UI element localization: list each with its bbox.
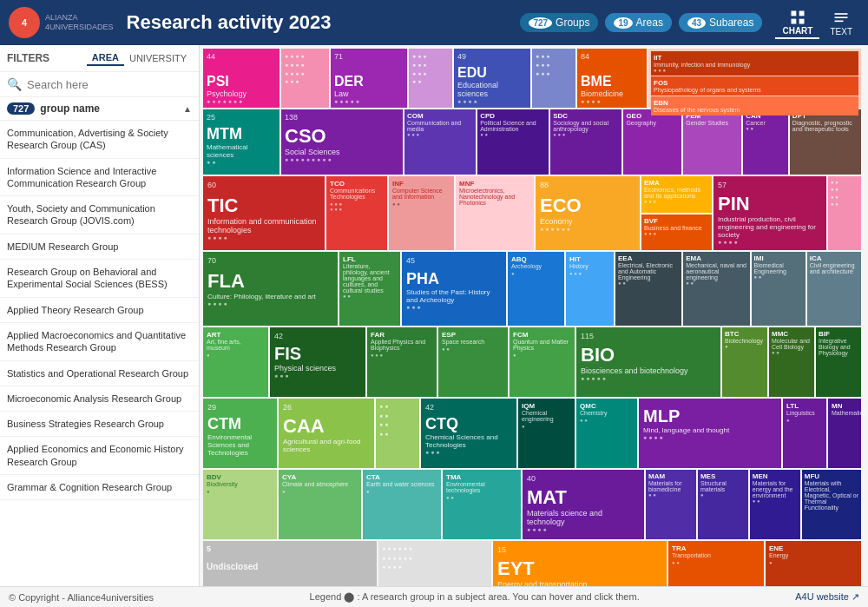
cell-qmc[interactable]: QMC Chemistry ● ● — [576, 399, 637, 468]
cell-hit[interactable]: HIT History ● ● ● — [566, 252, 614, 326]
areas-button[interactable]: 19 Areas — [605, 13, 671, 32]
cell-mfu[interactable]: MFU Materials with Electrical, Magnetic,… — [802, 470, 861, 539]
cell-psi[interactable]: 44 PSI Psychology ● ● ● ● ● ● ● — [203, 49, 279, 108]
cell-esp[interactable]: ESP Space research ● ● — [438, 327, 508, 397]
list-item[interactable]: Research Group on Behavioral and Experim… — [0, 260, 199, 298]
main-layout: FILTERS AREA UNIVERSITY 🔍 727 group name… — [0, 45, 868, 586]
list-item[interactable]: Applied Economics and Economic History R… — [0, 437, 199, 475]
cell-bme-2[interactable]: FOS Physiopathology of organs and system… — [651, 76, 858, 96]
cell-tra[interactable]: TRA Transportation ● ● — [668, 541, 764, 586]
list-item[interactable]: Youth, Society and Communication Researc… — [0, 196, 199, 234]
list-item[interactable]: MEDIUM Research Group — [0, 234, 199, 260]
cell-psi-dots[interactable]: ● ● ● ●● ● ● ●● ● ● ●● ● ● — [281, 49, 329, 108]
text-icon — [832, 10, 850, 27]
cell-eea[interactable]: EEA Electrical, Electronic and Automatic… — [615, 252, 681, 326]
cell-fem[interactable]: FEM Gender Studies — [683, 109, 741, 175]
area-tab[interactable]: AREA — [87, 50, 124, 66]
cell-dpt[interactable]: DPT Diagnostic, prognostic and therapeut… — [790, 109, 861, 175]
cell-fla[interactable]: 70 FLA Culture: Philology, literature an… — [203, 252, 338, 326]
groups-button[interactable]: 727 Groups — [520, 13, 598, 32]
cell-tma[interactable]: TMA Environmental technologies ● ● — [443, 470, 521, 539]
cell-btc[interactable]: BTC Biotechnology ● — [722, 327, 767, 397]
cell-com[interactable]: COM Communication and media ● ● ● — [404, 109, 476, 175]
list-item[interactable]: Communication, Advertising & Society Res… — [0, 121, 199, 159]
cell-mtm[interactable]: 25 MTM Mathematical sciences ● ● — [203, 109, 279, 175]
cell-inf[interactable]: INF Computer Science and information ● ● — [389, 176, 454, 250]
list-item[interactable]: Statistics and Operational Research Grou… — [0, 361, 199, 386]
cell-edu-dots[interactable]: ● ● ●● ● ●● ● ● — [532, 49, 575, 108]
cell-caa[interactable]: 26 CAA Agricultural and agri-food scienc… — [279, 399, 374, 468]
cell-dots: ● ● ● ● — [643, 434, 777, 440]
cell-dots: ● ● ● ● — [718, 239, 822, 245]
subareas-button[interactable]: 43 Subareas — [679, 13, 763, 32]
cell-geo[interactable]: GEO Geography — [623, 109, 681, 175]
cell-mn[interactable]: MN Mathematics — [828, 399, 861, 468]
cell-fcm[interactable]: FCM Quantum and Matter Physics ● — [510, 327, 575, 397]
cell-bme[interactable]: 84 BME Biomedicine ● ● ● ● — [577, 49, 647, 108]
a4u-website-link[interactable]: A4U website ↗ — [795, 591, 859, 603]
group-header[interactable]: 727 group name ▲ — [0, 97, 199, 121]
list-item[interactable]: Information Science and Interactive Comm… — [0, 159, 199, 197]
cell-bvf[interactable]: BVF Business and finance ● ● ● — [641, 214, 712, 251]
cell-der-dots[interactable]: ● ● ● ● ● ●● ● ●● ● — [409, 49, 452, 108]
list-item[interactable]: Grammar & Cognition Research Group — [0, 475, 199, 500]
cell-cta[interactable]: CTA Earth and water sciences ● — [363, 470, 441, 539]
cell-code: PHA — [406, 270, 502, 288]
chart-tab[interactable]: CHART — [775, 7, 819, 39]
cell-ima[interactable]: IMI Biomedical Engineering ● ● — [752, 252, 806, 326]
cell-abq[interactable]: ABQ Archeology ● — [508, 252, 564, 326]
cell-ene[interactable]: ENE Energy ● — [766, 541, 861, 586]
cell-bme-1[interactable]: IIT Immunity, infection and immunology ●… — [651, 51, 858, 76]
university-tab[interactable]: UNIVERSITY — [124, 51, 192, 65]
search-input[interactable] — [27, 78, 192, 91]
cell-ctq[interactable]: 42 CTQ Chemical Sciences and Technologie… — [421, 399, 516, 468]
cell-bio[interactable]: 115 BIO Biosciences and biotechnology ● … — [576, 327, 720, 397]
cell-code: FIS — [274, 344, 361, 364]
cell-ctm[interactable]: 29 CTM Environmental Sciences and Techno… — [203, 399, 277, 468]
list-item[interactable]: Microeconomic Analysis Research Group — [0, 386, 199, 412]
cell-dots: ● ● ● ● — [581, 98, 643, 104]
cell-fis[interactable]: 42 FIS Physical sciences ● ● ● — [270, 327, 365, 397]
list-item[interactable]: Applied Theory Research Group — [0, 298, 199, 323]
cell-caa-dots[interactable]: ● ●● ●● ●● ● — [376, 399, 419, 468]
cell-cso[interactable]: 138 CSO Social Sciences ● ● ● ● ● ● ● ● … — [281, 109, 403, 175]
cell-mnf[interactable]: MNF Microelectronics, Nanotechnology and… — [456, 176, 534, 250]
cell-ica[interactable]: ICA Civil engineering and architecture — [807, 252, 861, 326]
cell-pha[interactable]: 45 PHA Studies of the Past: History and … — [402, 252, 506, 326]
cell-iqm[interactable]: IQM Chemical engineering ● — [518, 399, 575, 468]
cell-ema2[interactable]: EMA Mechanical, naval and aeronautical e… — [683, 252, 749, 326]
cell-undisclosed[interactable]: 5 Undisclosed — [203, 541, 377, 586]
cell-mat[interactable]: 40 MAT Materials science and technology … — [523, 470, 644, 539]
cell-pin[interactable]: 57 PIN Industrial production, civil engi… — [713, 176, 826, 250]
cell-men[interactable]: MEN Materials for energy and the environ… — [750, 470, 800, 539]
cell-cya[interactable]: CYA Climate and atmosphere ● — [279, 470, 361, 539]
list-item[interactable]: Business Strategies Research Group — [0, 412, 199, 437]
cell-bif[interactable]: BIF Integrative Biology and Physiology — [816, 327, 861, 397]
cell-ltl[interactable]: LTL Linguistics ● — [783, 399, 826, 468]
cell-can[interactable]: CAN Cancer ● ● — [743, 109, 788, 175]
cell-bme-3[interactable]: EBN Diseases of the nervous system — [651, 96, 858, 115]
cell-mlp[interactable]: MLP Mind, language and thought ● ● ● ● — [639, 399, 781, 468]
cell-ema[interactable]: EMA Economics, methods and its applicati… — [641, 176, 712, 213]
cell-eyt[interactable]: 15 EYT Energy and transportation ● ● — [493, 541, 667, 586]
cell-mam[interactable]: MAM Materials for biomedicine ● ● — [646, 470, 696, 539]
cell-edu[interactable]: 49 EDU Educational sciences ● ● ● ● — [454, 49, 530, 108]
cell-art[interactable]: ART Art, fine arts, museum ● — [203, 327, 268, 397]
text-tab[interactable]: TEXT — [823, 8, 859, 38]
cell-cpd[interactable]: CPD Political Science and Administration… — [477, 109, 549, 175]
search-icon: 🔍 — [7, 77, 22, 91]
treemap-row-8: 5 Undisclosed ● ● ● ● ● ●● ● ● ● ● ●● ● … — [203, 541, 861, 586]
logo: 4 ALIANZA4UNIVERSIDADES — [9, 7, 114, 38]
list-item[interactable]: Applied Macroeconomics and Quantitative … — [0, 323, 199, 361]
cell-eco[interactable]: 88 ECO Economy ● ● ● ● ● ● — [536, 176, 640, 250]
cell-sdc[interactable]: SDC Sociology and social anthropology ● … — [550, 109, 621, 175]
cell-bdv[interactable]: BDV Biodiversity ● — [203, 470, 277, 539]
cell-mmc[interactable]: MMC Molecular and Cell Biology ● ● — [769, 327, 814, 397]
cell-lfl[interactable]: LFL Literature, philology, ancient langu… — [339, 252, 400, 326]
cell-mes[interactable]: MES Structural materials ● — [698, 470, 748, 539]
cell-pin-sub[interactable]: ● ●● ●● ●● ● — [828, 176, 861, 250]
cell-der[interactable]: 71 DER Law ● ● ● ● ● — [331, 49, 407, 108]
cell-tic[interactable]: 60 TIC Information and communication tec… — [203, 176, 325, 250]
cell-tco[interactable]: TCO Communications Technologies ● ● ●● ●… — [326, 176, 387, 250]
cell-far[interactable]: FAR Applied Physics and Biophysics ● ● ● — [367, 327, 437, 397]
